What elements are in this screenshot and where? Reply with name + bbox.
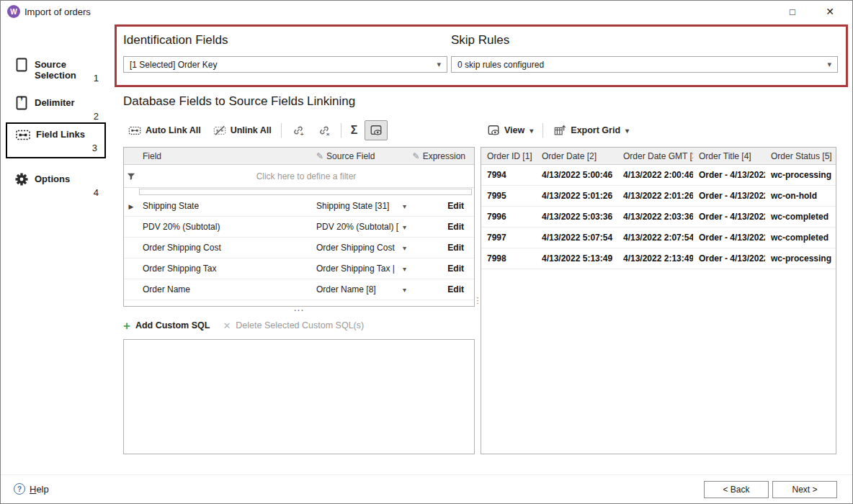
column-header[interactable]: Order ID [1] <box>481 151 536 161</box>
edit-expression-button[interactable]: Edit <box>412 201 474 211</box>
column-header[interactable]: Order Date GMT [3] <box>617 151 693 161</box>
clipped-cell: o <box>831 212 836 222</box>
identification-fields-dropdown[interactable]: [1 Selected] Order Key ▾ <box>123 56 447 73</box>
export-grid-icon <box>553 123 567 138</box>
order-date-gmt-cell: 4/13/2022 2:00:46 <box>617 170 693 180</box>
column-header[interactable]: Order Title [4] <box>693 151 765 161</box>
field-link-row[interactable]: ▶ PDV 20% (Subtotal) PDV 20% (Subtotal) … <box>124 217 474 238</box>
help-question-icon: ? <box>14 483 25 495</box>
export-grid-button[interactable]: Export Grid ▾ <box>548 120 633 140</box>
title-bar: W Import of orders □ ✕ <box>1 1 852 22</box>
chevron-down-icon: ▾ <box>530 127 533 135</box>
sidebar-item-options[interactable]: Options 4 <box>6 168 106 204</box>
chevron-down-icon: ▾ <box>437 60 441 69</box>
add-custom-sql-button[interactable]: + Add Custom SQL <box>123 320 210 332</box>
field-column-header[interactable]: Field <box>138 151 316 161</box>
column-header[interactable]: O <box>831 151 836 161</box>
order-id-cell: 7996 <box>481 212 536 222</box>
edit-expression-button[interactable]: Edit <box>412 284 474 294</box>
source-preview-grid: Order ID [1] Order Date [2] Order Date G… <box>481 147 836 454</box>
step-number: 3 <box>92 143 97 153</box>
toolbar-separator <box>542 123 543 138</box>
source-field-dropdown[interactable]: Shipping State [31] ▾ <box>316 201 412 211</box>
svg-text:+: + <box>300 131 304 137</box>
custom-sql-toolbar: + Add Custom SQL ✕ Delete Selected Custo… <box>123 317 364 334</box>
maximize-button[interactable]: □ <box>780 3 805 20</box>
filter-placeholder: Click here to define a filter <box>138 171 474 181</box>
source-field-value: Order Name [8] <box>316 284 400 294</box>
add-link-button[interactable]: + <box>287 120 310 140</box>
view-menu-button[interactable]: View ▾ <box>482 120 537 140</box>
horizontal-scrollbar[interactable] <box>139 189 472 195</box>
order-row[interactable]: 7995 4/13/2022 5:01:26 4/13/2022 2:01:26… <box>481 186 836 207</box>
field-link-row[interactable]: ▶ Order Shipping Tax Order Shipping Tax … <box>124 258 474 279</box>
column-header[interactable]: Order Date [2] <box>536 151 617 161</box>
chevron-down-icon: ▾ <box>625 127 629 135</box>
order-title-cell: Order - 4/13/2022 <box>693 253 765 264</box>
order-title-cell: Order - 4/13/2022 <box>693 170 765 180</box>
order-status-cell: wc-processing <box>765 170 831 180</box>
source-field-dropdown[interactable]: Order Shipping Cost ▾ <box>316 243 412 253</box>
pencil-icon: ✎ <box>316 151 323 161</box>
row-indicator: ▶ <box>124 284 138 294</box>
order-date-cell: 4/13/2022 5:00:46 <box>536 170 617 180</box>
field-link-row[interactable]: ▶ Shipping State Shipping State [31] ▾ E… <box>124 196 474 217</box>
edit-expression-button[interactable]: Edit <box>412 243 474 253</box>
next-button[interactable]: Next > <box>772 481 837 498</box>
horizontal-splitter-handle[interactable]: ... <box>123 306 475 313</box>
skip-rules-dropdown[interactable]: 0 skip rules configured ▾ <box>451 56 838 73</box>
order-row[interactable]: 7996 4/13/2022 5:03:36 4/13/2022 2:03:36… <box>481 207 836 228</box>
edit-expression-button[interactable]: Edit <box>412 222 474 232</box>
order-date-gmt-cell: 4/13/2022 2:01:26 <box>617 191 693 201</box>
auto-link-icon <box>128 123 142 138</box>
unlink-all-button[interactable]: Unlink All <box>208 120 276 140</box>
auto-link-all-button[interactable]: Auto Link All <box>123 120 205 140</box>
order-row[interactable]: 7997 4/13/2022 5:07:54 4/13/2022 2:07:54… <box>481 228 836 248</box>
order-title-cell: Order - 4/13/2022 <box>693 233 765 243</box>
step-number: 2 <box>94 111 99 122</box>
wizard-steps-sidebar: Source Selection 1 ’ Delimiter 2 Field L… <box>1 22 115 474</box>
order-row[interactable]: 7994 4/13/2022 5:00:46 4/13/2022 2:00:46… <box>481 165 836 186</box>
source-field-column-header[interactable]: ✎ Source Field <box>316 151 412 161</box>
custom-sql-input[interactable] <box>123 339 475 454</box>
preview-toggle-button[interactable] <box>365 120 388 140</box>
source-field-value: Order Shipping Cost <box>316 243 400 253</box>
vertical-splitter-handle[interactable]: ⋮ <box>475 147 481 454</box>
source-field-dropdown[interactable]: PDV 20% (Subtotal) [ ▾ <box>316 222 412 232</box>
help-link[interactable]: ? Help <box>14 483 49 495</box>
order-row[interactable]: 7998 4/13/2022 5:13:49 4/13/2022 2:13:49… <box>481 248 836 269</box>
order-id-cell: 7995 <box>481 191 536 201</box>
expression-column-header[interactable]: ✎ Expression <box>412 151 474 161</box>
add-link-icon: + <box>291 123 305 138</box>
svg-text:’: ’ <box>20 95 23 107</box>
order-status-cell: wc-completed <box>765 212 831 222</box>
chevron-down-icon: ▾ <box>400 223 412 231</box>
remove-link-button[interactable]: × <box>313 120 336 140</box>
help-label: Help <box>30 484 49 495</box>
sigma-icon: Σ <box>351 124 358 137</box>
sidebar-item-field-links[interactable]: Field Links 3 <box>6 122 106 158</box>
table-header-row: Field ✎ Source Field ✎ Expression <box>124 148 474 165</box>
source-field-dropdown[interactable]: Order Name [8] ▾ <box>316 284 412 294</box>
edit-expression-button[interactable]: Edit <box>412 264 474 274</box>
preview-toolbar: View ▾ Export Grid ▾ <box>482 119 633 142</box>
row-indicator: ▶ <box>124 222 138 232</box>
window-title: Import of orders <box>24 6 91 17</box>
filter-funnel-icon <box>124 172 138 181</box>
close-button[interactable]: ✕ <box>818 3 842 20</box>
filter-row[interactable]: Click here to define a filter <box>124 165 474 188</box>
back-button[interactable]: < Back <box>704 481 769 498</box>
source-field-value: PDV 20% (Subtotal) [ <box>316 222 400 232</box>
field-link-row[interactable]: ▶ Order Name Order Name [8] ▾ Edit <box>124 279 474 300</box>
field-link-row[interactable]: ▶ Order Shipping Cost Order Shipping Cos… <box>124 238 474 258</box>
toolbar-separator <box>281 123 282 138</box>
order-date-cell: 4/13/2022 5:07:54 <box>536 233 617 243</box>
delete-custom-sql-button[interactable]: ✕ Delete Selected Custom SQL(s) <box>223 320 364 331</box>
export-grid-label: Export Grid <box>571 125 620 135</box>
sidebar-item-source-selection[interactable]: Source Selection 1 <box>6 54 106 90</box>
source-field-dropdown[interactable]: Order Shipping Tax | ▾ <box>316 264 412 274</box>
column-header[interactable]: Order Status [5] <box>765 151 831 161</box>
sum-expression-button[interactable]: Σ <box>347 121 362 140</box>
order-id-cell: 7998 <box>481 253 536 264</box>
remove-link-icon: × <box>317 123 331 138</box>
